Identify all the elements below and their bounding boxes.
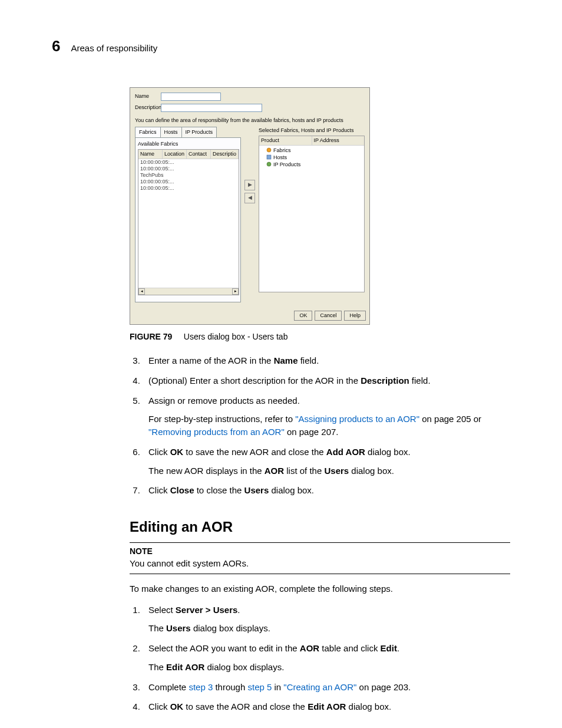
ip-products-icon: [266, 162, 272, 167]
text: on page 207.: [285, 427, 339, 437]
tree-label: Fabrics: [273, 147, 291, 154]
remove-button[interactable]: ◀: [244, 193, 255, 203]
text: Complete: [148, 682, 189, 692]
text: dialog box.: [365, 447, 411, 457]
users-ref: Users: [244, 485, 269, 495]
text: field.: [409, 375, 431, 386]
text: field.: [297, 355, 319, 365]
svg-rect-1: [267, 155, 271, 159]
text: Click: [148, 447, 170, 457]
table-row[interactable]: 10:00:00:05:...: [138, 179, 239, 185]
col-description[interactable]: Descriptio: [211, 150, 239, 159]
tree-item-fabrics[interactable]: Fabrics: [262, 147, 362, 154]
tab-fabrics[interactable]: Fabrics: [135, 127, 161, 137]
step-7: Click Close to close the Users dialog bo…: [143, 484, 510, 497]
add-button[interactable]: ▶: [244, 180, 255, 190]
description-input[interactable]: [161, 104, 262, 112]
svg-point-2: [267, 162, 271, 166]
text: Click: [148, 701, 170, 711]
text: Select: [148, 605, 176, 615]
name-input[interactable]: [161, 93, 221, 101]
table-row[interactable]: 10:00:00:05:...: [138, 185, 239, 192]
text: (Optional) Enter a short description for…: [148, 375, 361, 386]
col-contact[interactable]: Contact: [187, 150, 211, 159]
ok-ref: OK: [170, 447, 184, 457]
close-ref: Close: [170, 485, 194, 495]
table-row[interactable]: 10:00:00:05:...: [138, 166, 239, 172]
scroll-left-icon[interactable]: ◂: [138, 288, 145, 295]
col-ip-address[interactable]: IP Address: [312, 136, 365, 145]
text: dialog box displays.: [191, 623, 270, 633]
tab-hosts[interactable]: Hosts: [160, 127, 182, 137]
text: dialog box.: [349, 466, 394, 476]
chapter-number: 6: [52, 35, 60, 58]
figure-caption-text: Users dialog box - Users tab: [184, 332, 288, 341]
step-6: Click OK to save the new AOR and close t…: [143, 446, 510, 477]
edit-aor-ref: Edit AOR: [308, 701, 346, 711]
section-intro: To make changes to an existing AOR, comp…: [130, 582, 510, 595]
text: in: [272, 682, 283, 692]
link-assigning-products[interactable]: "Assigning products to an AOR": [295, 414, 419, 424]
name-field-ref: Name: [274, 355, 298, 365]
name-label: Name: [135, 93, 161, 100]
text: Enter a name of the AOR in the: [148, 355, 274, 365]
text: to close the: [194, 485, 244, 495]
text: The new AOR displays in the: [148, 466, 265, 476]
text: Assign or remove products as needed.: [148, 396, 300, 406]
step-3: Enter a name of the AOR in the Name fiel…: [143, 354, 510, 367]
text: to save the AOR and close the: [183, 701, 308, 711]
col-location[interactable]: Location: [163, 150, 187, 159]
link-removing-products[interactable]: "Removing products from an AOR": [148, 427, 285, 437]
horizontal-scrollbar[interactable]: ◂ ▸: [138, 288, 239, 295]
aor-ref: AOR: [300, 643, 319, 653]
help-button[interactable]: Help: [344, 311, 366, 321]
col-name[interactable]: Name: [138, 150, 163, 159]
figure-caption: FIGURE 79 Users dialog box - Users tab: [130, 331, 510, 342]
note-text: You cannot edit system AORs.: [130, 557, 510, 570]
fabrics-icon: [266, 147, 272, 153]
col-product[interactable]: Product: [259, 136, 312, 145]
tree-item-hosts[interactable]: Hosts: [262, 154, 362, 161]
figure-label: FIGURE 79: [130, 332, 172, 341]
text: table and click: [319, 643, 380, 653]
chapter-title: Areas of responsibility: [71, 42, 157, 55]
steps-list-2: Select Server > Users. The Users dialog …: [130, 604, 510, 714]
text: The: [148, 662, 166, 672]
link-creating-aor[interactable]: "Creating an AOR": [283, 682, 356, 692]
users-dialog: Name Description You can define the area…: [130, 87, 370, 325]
text: on page 203.: [356, 682, 411, 692]
edit-aor-ref: Edit AOR: [166, 662, 204, 672]
selected-table[interactable]: Product IP Address Fabrics: [259, 136, 365, 292]
description-field-ref: Description: [361, 375, 409, 386]
step-4: (Optional) Enter a short description for…: [143, 374, 510, 387]
tree-label: IP Products: [273, 161, 300, 168]
users-ref: Users: [324, 466, 349, 476]
text: .: [397, 643, 399, 653]
users-ref: Users: [166, 623, 191, 633]
link-step5[interactable]: step 5: [247, 682, 272, 692]
text: through: [213, 682, 247, 692]
ok-button[interactable]: OK: [294, 311, 312, 321]
text: dialog box.: [346, 701, 391, 711]
note-label: NOTE: [130, 545, 510, 557]
text: Select the AOR you want to edit in the: [148, 643, 300, 653]
available-fabrics-table[interactable]: Name Location Contact Descriptio 10:00:0…: [138, 149, 239, 295]
menu-path-ref: Server > Users: [176, 605, 238, 615]
table-row[interactable]: TechPubs: [138, 172, 239, 179]
edit-ref: Edit: [381, 643, 397, 653]
tree-item-ip-products[interactable]: IP Products: [262, 161, 362, 168]
description-label: Description: [135, 104, 161, 111]
ok-ref: OK: [170, 701, 184, 711]
step2-2: Select the AOR you want to edit in the A…: [143, 642, 510, 674]
aor-ref: AOR: [265, 466, 284, 476]
page-header: 6 Areas of responsibility: [52, 35, 510, 58]
scroll-right-icon[interactable]: ▸: [232, 288, 239, 295]
link-step3[interactable]: step 3: [189, 682, 213, 692]
cancel-button[interactable]: Cancel: [315, 311, 342, 321]
step-5: Assign or remove products as needed. For…: [143, 394, 510, 439]
text: .: [237, 605, 240, 615]
tab-ip-products[interactable]: IP Products: [181, 127, 217, 137]
note-block: NOTE You cannot edit system AORs.: [130, 542, 510, 574]
table-row[interactable]: 10:00:00:05:...: [138, 159, 239, 166]
svg-point-0: [267, 148, 271, 152]
